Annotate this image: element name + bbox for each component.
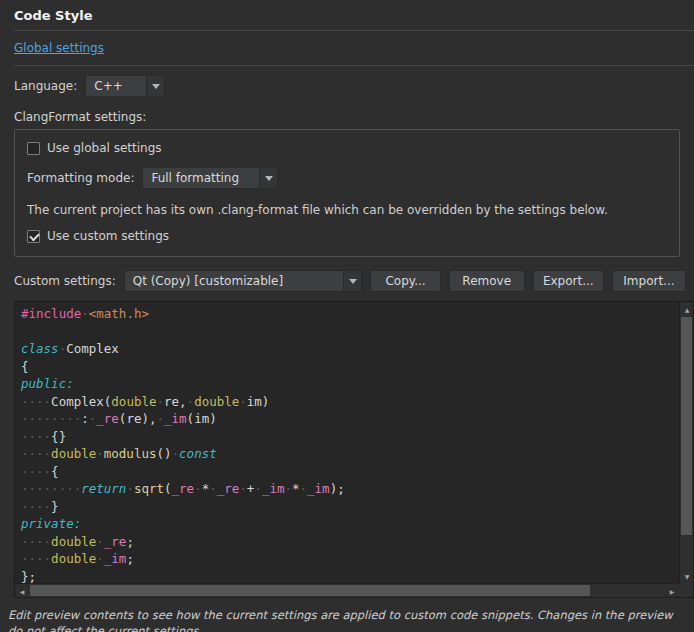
use-custom-settings-checkbox[interactable]	[27, 230, 40, 243]
code-line: ····{}	[21, 428, 679, 446]
preview-help-text: Edit preview contents to see how the cur…	[0, 598, 694, 632]
horizontal-scrollbar[interactable]: ◀ ▶	[15, 583, 679, 597]
clangformat-groupbox: Use global settings Formatting mode: Ful…	[14, 129, 680, 257]
use-custom-settings-label: Use custom settings	[47, 229, 169, 243]
language-row: Language: C++	[0, 75, 694, 97]
global-settings-link-row: Global settings	[0, 31, 694, 65]
global-settings-link[interactable]: Global settings	[14, 41, 104, 55]
code-line: public:	[21, 375, 679, 393]
scroll-left-arrow-icon[interactable]: ◀	[15, 584, 29, 598]
clang-format-file-info-text: The current project has its own .clang-f…	[27, 203, 667, 217]
custom-settings-row: Custom settings: Qt (Copy) [customizable…	[0, 270, 694, 292]
formatting-mode-combobox[interactable]: Full formatting	[142, 167, 278, 189]
custom-settings-label: Custom settings:	[14, 274, 116, 288]
code-line: ····double·modulus()·const	[21, 445, 679, 463]
code-line: class·Complex	[21, 340, 679, 358]
code-preview-editor[interactable]: #include·<math.h> class·Complex{public:·…	[14, 301, 694, 598]
vertical-scrollbar-thumb[interactable]	[681, 317, 692, 535]
export-button[interactable]: Export...	[533, 270, 604, 292]
import-button[interactable]: Import...	[612, 270, 686, 292]
code-line: private:	[21, 515, 679, 533]
language-combobox[interactable]: C++	[85, 75, 165, 97]
code-line: {	[21, 358, 679, 376]
copy-button[interactable]: Copy...	[370, 270, 440, 292]
language-combobox-value: C++	[86, 79, 146, 93]
use-custom-settings-row[interactable]: Use custom settings	[27, 229, 667, 243]
vertical-scrollbar[interactable]: ▲ ▼	[679, 302, 693, 583]
code-line: #include·<math.h>	[21, 305, 679, 323]
code-line	[21, 323, 679, 341]
code-line: ····double·_re;	[21, 533, 679, 551]
use-global-settings-checkbox[interactable]	[27, 142, 40, 155]
chevron-down-icon	[343, 271, 361, 291]
code-lines[interactable]: #include·<math.h> class·Complex{public:·…	[15, 302, 679, 583]
scroll-right-arrow-icon[interactable]: ▶	[665, 584, 679, 598]
code-style-settings-page: Code Style Global settings Language: C++…	[0, 0, 694, 632]
formatting-mode-row: Formatting mode: Full formatting	[27, 167, 667, 189]
horizontal-scrollbar-track[interactable]	[29, 584, 665, 597]
vertical-scrollbar-track[interactable]	[680, 316, 693, 569]
horizontal-scrollbar-thumb[interactable]	[30, 585, 590, 596]
chevron-down-icon	[146, 76, 164, 96]
scroll-up-arrow-icon[interactable]: ▲	[680, 302, 694, 316]
scrollbar-corner	[679, 583, 693, 597]
remove-button[interactable]: Remove	[449, 270, 525, 292]
formatting-mode-combobox-value: Full formatting	[143, 171, 259, 185]
scroll-down-arrow-icon[interactable]: ▼	[680, 569, 694, 583]
custom-settings-combobox-value: Qt (Copy) [customizable]	[125, 274, 344, 288]
use-global-settings-row[interactable]: Use global settings	[27, 141, 667, 155]
use-global-settings-label: Use global settings	[47, 141, 162, 155]
code-line: };	[21, 568, 679, 584]
code-line: ····double·_im;	[21, 550, 679, 568]
separator	[14, 65, 694, 66]
code-line: ········return·sqrt(_re·*·_re·+·_im·*·_i…	[21, 480, 679, 498]
code-line: ····}	[21, 498, 679, 516]
custom-settings-combobox[interactable]: Qt (Copy) [customizable]	[124, 270, 363, 292]
formatting-mode-label: Formatting mode:	[27, 171, 134, 185]
page-title: Code Style	[0, 0, 694, 30]
chevron-down-icon	[259, 168, 277, 188]
code-line: ········:·_re(re),·_im(im)	[21, 410, 679, 428]
code-line: ····{	[21, 463, 679, 481]
language-label: Language:	[14, 79, 77, 93]
code-line: ····Complex(double·re,·double·im)	[21, 393, 679, 411]
clangformat-section-label: ClangFormat settings:	[0, 110, 694, 124]
